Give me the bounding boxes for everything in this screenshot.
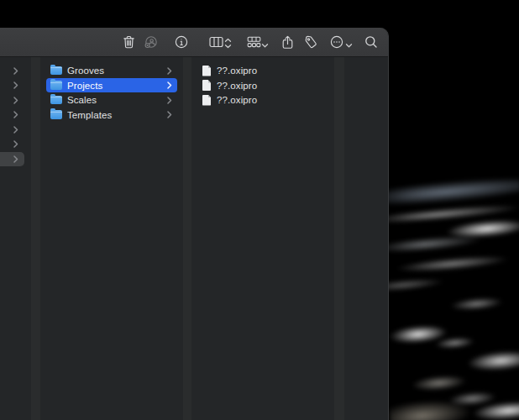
more-icon: [330, 35, 343, 49]
folder-icon: [50, 110, 62, 119]
chevron-right-icon: [13, 97, 18, 104]
folder-label: Projects: [67, 81, 167, 91]
file-label: ??.oxipro: [217, 81, 323, 91]
chevron-right-icon: [167, 111, 172, 118]
finder-window: Grooves Projects Scales: [0, 28, 389, 420]
chevron-right-icon: [167, 67, 172, 75]
document-icon: [202, 95, 211, 106]
folder-row-scales[interactable]: Scales: [46, 93, 177, 108]
column-browser: Grooves Projects Scales: [0, 57, 388, 420]
parent-row[interactable]: [0, 78, 24, 92]
share-button[interactable]: [276, 31, 298, 53]
delete-button[interactable]: [118, 31, 139, 53]
file-label: ??.oxipro: [217, 95, 323, 105]
search-icon: [364, 35, 378, 49]
file-row[interactable]: ??.oxipro: [197, 93, 328, 108]
files-column: ??.oxipro ??.oxipro ??.oxipro: [191, 57, 334, 420]
toolbar: [0, 28, 388, 57]
folder-row-grooves[interactable]: Grooves: [46, 64, 177, 78]
folder-label: Scales: [67, 95, 167, 105]
file-row[interactable]: ??.oxipro: [197, 64, 328, 78]
grouping-icon: [247, 36, 261, 48]
chevron-right-icon: [13, 111, 18, 118]
file-label: ??.oxipro: [217, 66, 323, 76]
chevron-right-icon: [167, 97, 172, 104]
parent-row[interactable]: [0, 108, 24, 122]
folder-icon: [50, 81, 62, 90]
trash-icon: [123, 35, 135, 49]
folder-label: Grooves: [67, 66, 167, 76]
columns-stepper[interactable]: [224, 37, 232, 52]
chevron-right-icon: [13, 126, 18, 134]
folder-icon: [50, 66, 62, 76]
parent-row[interactable]: [0, 64, 24, 78]
document-icon: [202, 80, 211, 91]
collaborate-button[interactable]: [139, 31, 161, 53]
parent-row[interactable]: [0, 93, 24, 108]
folder-row-projects[interactable]: Projects: [46, 78, 177, 92]
parent-row[interactable]: [0, 137, 24, 151]
chevron-right-icon: [167, 81, 172, 89]
chevron-down-icon: [345, 43, 353, 49]
folder-row-templates[interactable]: Templates: [46, 108, 177, 122]
more-dropdown[interactable]: [345, 37, 353, 52]
desktop: Grooves Projects Scales: [0, 0, 519, 420]
get-info-button[interactable]: [170, 31, 192, 53]
share-icon: [281, 35, 294, 50]
folder-icon: [50, 96, 62, 105]
info-icon: [175, 35, 188, 49]
tags-button[interactable]: [300, 31, 322, 53]
chevron-right-icon: [13, 155, 18, 163]
tag-icon: [304, 35, 318, 50]
preview-column: [344, 57, 388, 420]
chevron-right-icon: [13, 81, 18, 89]
chevron-right-icon: [13, 67, 18, 75]
columns-view-icon: [209, 36, 223, 48]
document-icon: [202, 66, 211, 76]
collaborate-icon: [144, 35, 158, 50]
chevron-down-icon: [261, 43, 269, 49]
parent-row-selected[interactable]: [0, 152, 24, 166]
file-row[interactable]: ??.oxipro: [197, 78, 328, 92]
folder-label: Templates: [67, 110, 167, 120]
chevrons-up-down-icon: [224, 38, 232, 49]
parents-column: [0, 57, 31, 420]
parent-row[interactable]: [0, 123, 24, 137]
earth-clouds: [368, 159, 519, 420]
search-button[interactable]: [360, 31, 382, 53]
grouping-dropdown[interactable]: [261, 37, 269, 52]
folders-column: Grooves Projects Scales: [40, 57, 183, 420]
chevron-right-icon: [13, 140, 18, 148]
